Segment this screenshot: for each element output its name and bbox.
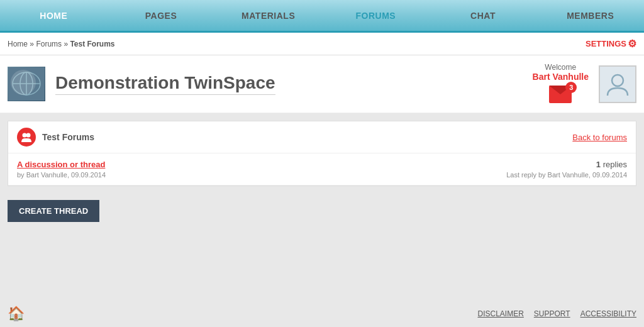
svg-point-2 — [20, 72, 33, 95]
home-icon[interactable]: 🏠 — [8, 306, 25, 322]
nav-pages[interactable]: PAGES — [108, 1, 215, 31]
breadcrumb-home[interactable]: Home — [8, 40, 28, 48]
main-content: Test Forums Back to forums A discussion … — [0, 113, 644, 236]
message-icon-wrap[interactable]: 3 — [549, 86, 572, 105]
navigation-bar: HOME PAGES MATERIALS FORUMS CHAT MEMBERS — [0, 0, 644, 33]
thread-last-reply: Last reply by Bart Vanhulle, 09.09.2014 — [506, 171, 627, 179]
thread-right: 1 replies Last reply by Bart Vanhulle, 0… — [506, 160, 627, 179]
welcome-section: Welcome Bart Vanhulle 3 — [533, 63, 589, 105]
disclaimer-link[interactable]: DISCLAIMER — [477, 309, 523, 318]
header-right: Welcome Bart Vanhulle 3 — [533, 63, 636, 105]
forum-box: Test Forums Back to forums A discussion … — [8, 121, 636, 186]
thread-replies-count: 1 — [596, 160, 601, 169]
forum-group-icon — [17, 128, 36, 147]
footer: 🏠 DISCLAIMER SUPPORT ACCESSIBILITY — [0, 301, 644, 327]
forum-header-left: Test Forums — [17, 128, 94, 147]
svg-point-5 — [612, 75, 623, 86]
site-logo — [8, 67, 45, 101]
gear-icon: ⚙ — [628, 38, 636, 50]
nav-home[interactable]: HOME — [0, 1, 108, 31]
back-to-forums-link[interactable]: Back to forums — [572, 133, 627, 142]
avatar-icon — [605, 72, 630, 97]
message-badge: 3 — [565, 82, 577, 93]
thread-replies: 1 replies — [506, 160, 627, 169]
settings-link[interactable]: SETTINGS⚙ — [586, 38, 636, 50]
site-title: Demonstration TwinSpace — [55, 73, 275, 95]
user-name: Bart Vanhulle — [533, 72, 589, 82]
header-left: Demonstration TwinSpace — [8, 67, 275, 101]
nav-members[interactable]: MEMBERS — [536, 1, 644, 31]
forum-title: Test Forums — [42, 132, 94, 142]
breadcrumb-sep2: » — [64, 40, 70, 48]
header-section: Demonstration TwinSpace Welcome Bart Van… — [0, 55, 644, 113]
welcome-label: Welcome — [533, 63, 589, 72]
people-icon — [21, 131, 32, 143]
accessibility-link[interactable]: ACCESSIBILITY — [580, 309, 636, 318]
breadcrumb-sep1: » — [30, 40, 36, 48]
thread-row: A discussion or thread by Bart Vanhulle,… — [8, 153, 636, 186]
thread-left: A discussion or thread by Bart Vanhulle,… — [17, 160, 106, 179]
support-link[interactable]: SUPPORT — [534, 309, 570, 318]
svg-point-6 — [23, 133, 27, 138]
logo-image — [8, 67, 45, 101]
thread-title-link[interactable]: A discussion or thread — [17, 160, 106, 169]
forum-header: Test Forums Back to forums — [8, 121, 636, 153]
avatar[interactable] — [599, 65, 636, 103]
svg-point-7 — [26, 133, 31, 138]
settings-label: SETTINGS — [586, 39, 626, 48]
nav-materials[interactable]: MATERIALS — [214, 1, 322, 31]
breadcrumb-bar: Home » Forums » Test Forums SETTINGS⚙ — [0, 33, 644, 55]
create-thread-button[interactable]: CREATE THREAD — [8, 200, 99, 222]
footer-links: DISCLAIMER SUPPORT ACCESSIBILITY — [477, 309, 636, 318]
breadcrumb-current: Test Forums — [70, 40, 114, 48]
thread-meta: by Bart Vanhulle, 09.09.2014 — [17, 171, 106, 179]
breadcrumb-forums[interactable]: Forums — [36, 40, 62, 48]
nav-chat[interactable]: CHAT — [430, 1, 537, 31]
nav-forums[interactable]: FORUMS — [322, 1, 430, 31]
breadcrumb: Home » Forums » Test Forums — [8, 40, 115, 48]
